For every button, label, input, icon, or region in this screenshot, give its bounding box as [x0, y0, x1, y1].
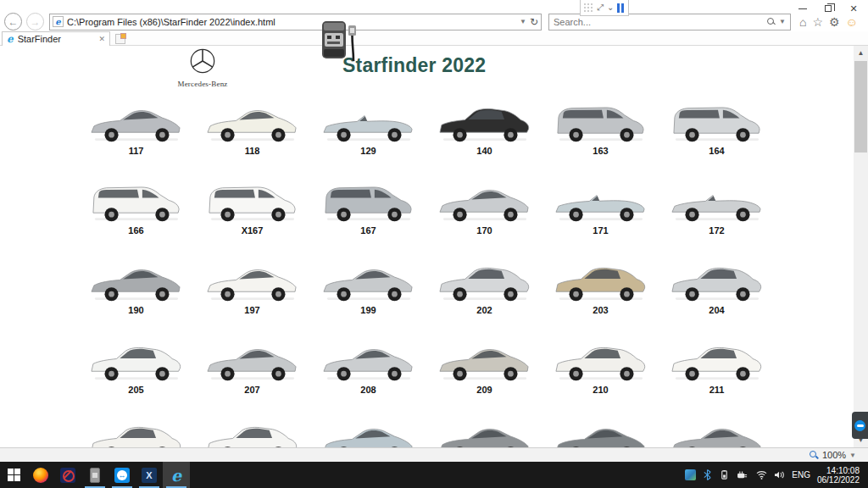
- bluetooth-icon[interactable]: [703, 469, 712, 480]
- taskbar-xentry[interactable]: X: [136, 462, 163, 488]
- system-tray: ENG 14:10:08 06/12/2022: [685, 466, 868, 485]
- car-image: [86, 332, 186, 383]
- zoom-level: 100%: [822, 450, 846, 460]
- drag-handle-icon[interactable]: [584, 3, 593, 13]
- car-image: [319, 173, 419, 224]
- status-bar: 100% ▼: [0, 447, 868, 462]
- chevron-down-icon[interactable]: ⌄: [607, 3, 614, 12]
- car-image: [435, 332, 535, 383]
- scrollbar[interactable]: ▲ ▼: [854, 46, 868, 447]
- taskbar-firefox[interactable]: [27, 462, 54, 488]
- taskbar-blocked-app[interactable]: [54, 462, 81, 488]
- model-cell-171[interactable]: 171: [542, 173, 659, 252]
- model-cell-199[interactable]: 199: [310, 252, 426, 332]
- minimize-button[interactable]: [790, 0, 815, 17]
- recorder-toolbar[interactable]: ⤢ ⌄: [580, 0, 629, 16]
- feedback-smiley-icon[interactable]: ☺: [846, 16, 858, 28]
- speaker-icon[interactable]: [774, 470, 785, 480]
- search-input[interactable]: [554, 17, 764, 27]
- model-cell-163[interactable]: 163: [542, 93, 659, 173]
- model-cell-164[interactable]: 164: [659, 93, 775, 173]
- car-image: [319, 252, 419, 303]
- windows-logo-icon: [8, 469, 20, 481]
- model-cell-172[interactable]: 172: [659, 173, 775, 252]
- address-input[interactable]: [67, 17, 516, 27]
- page-header: Mercedes-Benz Starfinder 2022: [0, 46, 854, 95]
- teamviewer-panel-tab[interactable]: [852, 412, 868, 439]
- model-cell-166[interactable]: 166: [78, 173, 194, 252]
- model-code: 209: [476, 385, 492, 395]
- battery-icon[interactable]: [719, 470, 730, 480]
- model-cell-207[interactable]: 207: [194, 332, 310, 412]
- model-cell-partial[interactable]: [310, 412, 426, 447]
- taskbar-teamviewer[interactable]: ↔: [108, 462, 136, 488]
- model-code: 210: [593, 385, 608, 395]
- power-plug-icon[interactable]: [737, 470, 749, 480]
- car-image: [667, 332, 767, 383]
- car-image: [435, 93, 535, 144]
- taskbar-device-app[interactable]: [81, 462, 108, 488]
- home-icon[interactable]: ⌂: [799, 16, 806, 28]
- model-cell-partial[interactable]: [194, 412, 310, 447]
- model-cell-118[interactable]: 118: [194, 93, 310, 173]
- model-cell-167[interactable]: 167: [310, 173, 426, 252]
- model-cell-140[interactable]: 140: [426, 93, 542, 173]
- car-image: [203, 252, 303, 303]
- model-cell-partial[interactable]: [426, 412, 542, 447]
- taskbar-clock[interactable]: 14:10:08 06/12/2022: [817, 466, 860, 485]
- model-cell-170[interactable]: 170: [426, 173, 542, 252]
- scrollbar-thumb[interactable]: [854, 61, 867, 152]
- zoom-dropdown-icon[interactable]: ▼: [849, 452, 856, 459]
- taskbar-internet-explorer[interactable]: e: [163, 462, 190, 488]
- car-image: [551, 93, 651, 144]
- model-cell-197[interactable]: 197: [194, 252, 310, 332]
- model-cell-204[interactable]: 204: [659, 252, 775, 332]
- model-cell-117[interactable]: 117: [78, 93, 194, 173]
- model-code: 190: [128, 305, 143, 315]
- address-dropdown-icon[interactable]: ▼: [520, 18, 526, 25]
- zoom-icon[interactable]: [810, 451, 819, 460]
- expand-icon[interactable]: ⤢: [597, 3, 604, 12]
- start-button[interactable]: [0, 462, 27, 488]
- model-cell-208[interactable]: 208: [310, 332, 426, 412]
- close-button[interactable]: ✕: [841, 0, 866, 17]
- address-bar[interactable]: e ▼ ↻: [49, 14, 542, 30]
- mercedes-star-icon: [188, 47, 217, 75]
- new-tab-button[interactable]: [115, 34, 125, 44]
- restore-button[interactable]: [815, 0, 841, 17]
- settings-icon[interactable]: ⚙: [829, 16, 840, 28]
- tab-close-icon[interactable]: ✕: [98, 35, 105, 43]
- model-code: 208: [360, 385, 376, 395]
- car-image: [667, 252, 767, 303]
- model-cell-X167[interactable]: X167: [194, 173, 310, 252]
- search-icon[interactable]: [767, 18, 776, 26]
- model-cell-partial[interactable]: [659, 412, 775, 447]
- car-image: [551, 412, 651, 447]
- model-cell-203[interactable]: 203: [542, 252, 659, 332]
- model-cell-210[interactable]: 210: [542, 332, 659, 412]
- model-cell-partial[interactable]: [78, 412, 194, 447]
- forward-button[interactable]: →: [26, 13, 44, 30]
- model-cell-211[interactable]: 211: [659, 332, 775, 412]
- car-image: [203, 412, 303, 447]
- wifi-icon[interactable]: [756, 470, 767, 480]
- scroll-up-icon[interactable]: ▲: [854, 46, 868, 60]
- tab-starfinder[interactable]: e StarFinder ✕: [2, 31, 110, 46]
- search-dropdown-icon[interactable]: ▼: [779, 18, 786, 25]
- model-cell-partial[interactable]: [542, 412, 659, 447]
- model-cell-190[interactable]: 190: [78, 252, 194, 332]
- x-app-icon: X: [142, 468, 157, 483]
- model-cell-202[interactable]: 202: [426, 252, 542, 332]
- refresh-icon[interactable]: ↻: [530, 16, 538, 28]
- language-indicator[interactable]: ENG: [792, 470, 810, 480]
- model-cell-129[interactable]: 129: [310, 93, 426, 173]
- pause-icon[interactable]: [617, 3, 624, 13]
- back-button[interactable]: ←: [4, 13, 22, 30]
- favorites-icon[interactable]: ☆: [812, 16, 823, 28]
- model-cell-209[interactable]: 209: [426, 332, 542, 412]
- model-cell-205[interactable]: 205: [78, 332, 194, 412]
- tab-label: StarFinder: [18, 34, 61, 44]
- model-code: X167: [242, 225, 264, 236]
- model-code: 163: [593, 146, 608, 156]
- tray-app-icon[interactable]: [685, 469, 696, 480]
